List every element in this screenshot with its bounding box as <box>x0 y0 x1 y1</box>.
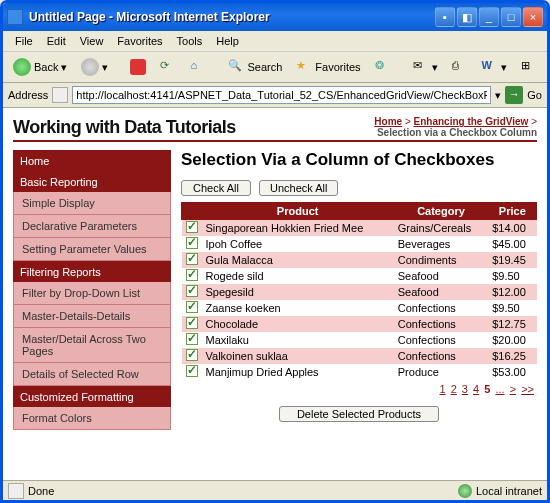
go-label: Go <box>527 89 542 101</box>
page-content: Working with Data Tutorials Home > Enhan… <box>3 108 547 480</box>
window-titlebar: Untitled Page - Microsoft Internet Explo… <box>3 3 547 31</box>
cell-category: Confections <box>394 300 488 316</box>
table-row: Manjimup Dried ApplesProduce$53.00 <box>182 364 537 380</box>
pager-page[interactable]: 4 <box>472 383 480 395</box>
menu-file[interactable]: File <box>9 33 39 49</box>
window-btn-aux2[interactable]: ◧ <box>457 7 477 27</box>
print-button[interactable]: ⎙ <box>447 56 473 78</box>
zone-label: Local intranet <box>476 485 542 497</box>
back-button[interactable]: Back ▾ <box>8 55 72 79</box>
row-checkbox[interactable] <box>186 365 198 377</box>
sidebar-item[interactable]: Filter by Drop-Down List <box>13 282 171 305</box>
pager-page[interactable]: 3 <box>461 383 469 395</box>
window-close-button[interactable]: × <box>523 7 543 27</box>
refresh-button[interactable]: ⟳ <box>155 56 181 78</box>
home-icon: ⌂ <box>190 59 206 75</box>
col-price: Price <box>488 203 536 220</box>
products-grid: Product Category Price Singaporean Hokki… <box>181 202 537 380</box>
cell-price: $12.00 <box>488 284 536 300</box>
sidebar-category[interactable]: Filtering Reports <box>13 261 171 282</box>
cell-product: Chocolade <box>202 316 394 332</box>
window-maximize-button[interactable]: □ <box>501 7 521 27</box>
toolbar: Back ▾ ▾ ⟳ ⌂ 🔍Search ★Favorites ❂ ✉▾ ⎙ W… <box>3 52 547 83</box>
cell-category: Confections <box>394 348 488 364</box>
cell-category: Beverages <box>394 236 488 252</box>
delete-selected-button[interactable]: Delete Selected Products <box>279 406 439 422</box>
media-button[interactable]: ❂ <box>370 56 396 78</box>
stop-button[interactable] <box>125 56 151 78</box>
row-checkbox[interactable] <box>186 237 198 249</box>
research-button[interactable]: ✎ <box>546 56 550 78</box>
forward-button[interactable]: ▾ <box>76 55 113 79</box>
home-button[interactable]: ⌂ <box>185 56 211 78</box>
table-row: Zaanse koekenConfections$9.50 <box>182 300 537 316</box>
sidebar-item[interactable]: Master-Details-Details <box>13 305 171 328</box>
cell-product: Maxilaku <box>202 332 394 348</box>
discuss-icon: ⊞ <box>521 59 537 75</box>
row-checkbox[interactable] <box>186 253 198 265</box>
breadcrumb-l2[interactable]: Enhancing the GridView <box>414 116 529 127</box>
row-checkbox[interactable] <box>186 317 198 329</box>
menu-favorites[interactable]: Favorites <box>111 33 168 49</box>
pager-more[interactable]: ... <box>494 383 505 395</box>
sidebar-category[interactable]: Customized Formatting <box>13 386 171 407</box>
uncheck-all-button[interactable]: Uncheck All <box>259 180 338 196</box>
go-button[interactable]: → <box>505 86 523 104</box>
cell-price: $45.00 <box>488 236 536 252</box>
menu-edit[interactable]: Edit <box>41 33 72 49</box>
page-heading: Working with Data Tutorials <box>13 117 236 138</box>
address-dropdown[interactable]: ▾ <box>495 89 501 102</box>
pager-next[interactable]: > <box>509 383 517 395</box>
row-checkbox[interactable] <box>186 349 198 361</box>
check-all-button[interactable]: Check All <box>181 180 251 196</box>
sidebar-item[interactable]: Simple Display <box>13 192 171 215</box>
menu-tools[interactable]: Tools <box>171 33 209 49</box>
pager-page[interactable]: 1 <box>438 383 446 395</box>
intranet-icon <box>458 484 472 498</box>
menu-view[interactable]: View <box>74 33 110 49</box>
cell-product: Ipoh Coffee <box>202 236 394 252</box>
ie-icon <box>7 9 23 25</box>
sidebar: HomeBasic ReportingSimple DisplayDeclara… <box>13 150 171 430</box>
cell-product: Gula Malacca <box>202 252 394 268</box>
row-checkbox[interactable] <box>186 333 198 345</box>
col-checkbox <box>182 203 202 220</box>
breadcrumb-home[interactable]: Home <box>374 116 402 127</box>
pager-page[interactable]: 5 <box>483 383 491 395</box>
menu-help[interactable]: Help <box>210 33 245 49</box>
sidebar-item[interactable]: Declarative Parameters <box>13 215 171 238</box>
row-checkbox[interactable] <box>186 301 198 313</box>
edit-button[interactable]: W▾ <box>477 56 512 78</box>
row-checkbox[interactable] <box>186 221 198 233</box>
cell-price: $9.50 <box>488 300 536 316</box>
sidebar-item[interactable]: Format Colors <box>13 407 171 430</box>
window-btn-aux1[interactable]: ▪ <box>435 7 455 27</box>
sidebar-category[interactable]: Home <box>13 150 171 171</box>
sidebar-item[interactable]: Setting Parameter Values <box>13 238 171 261</box>
sidebar-item[interactable]: Master/Detail Across Two Pages <box>13 328 171 363</box>
sidebar-item[interactable]: Details of Selected Row <box>13 363 171 386</box>
pager-page[interactable]: 2 <box>450 383 458 395</box>
sidebar-category[interactable]: Basic Reporting <box>13 171 171 192</box>
main-title: Selection Via a Column of Checkboxes <box>181 150 537 170</box>
row-checkbox[interactable] <box>186 269 198 281</box>
window-title: Untitled Page - Microsoft Internet Explo… <box>29 10 435 24</box>
back-icon <box>13 58 31 76</box>
address-input[interactable] <box>72 86 491 104</box>
search-icon: 🔍 <box>228 59 244 75</box>
mail-button[interactable]: ✉▾ <box>408 56 443 78</box>
status-bar: Done Local intranet <box>3 480 547 500</box>
refresh-icon: ⟳ <box>160 59 176 75</box>
window-minimize-button[interactable]: _ <box>479 7 499 27</box>
row-checkbox[interactable] <box>186 285 198 297</box>
cell-price: $19.45 <box>488 252 536 268</box>
pager-last[interactable]: >> <box>520 383 535 395</box>
stop-icon <box>130 59 146 75</box>
cell-category: Grains/Cereals <box>394 220 488 237</box>
favorites-button[interactable]: ★Favorites <box>291 56 365 78</box>
search-button[interactable]: 🔍Search <box>223 56 287 78</box>
pager: 1 2 3 4 5 ... > >> <box>181 380 537 398</box>
cell-category: Seafood <box>394 268 488 284</box>
cell-price: $12.75 <box>488 316 536 332</box>
discuss-button[interactable]: ⊞ <box>516 56 542 78</box>
